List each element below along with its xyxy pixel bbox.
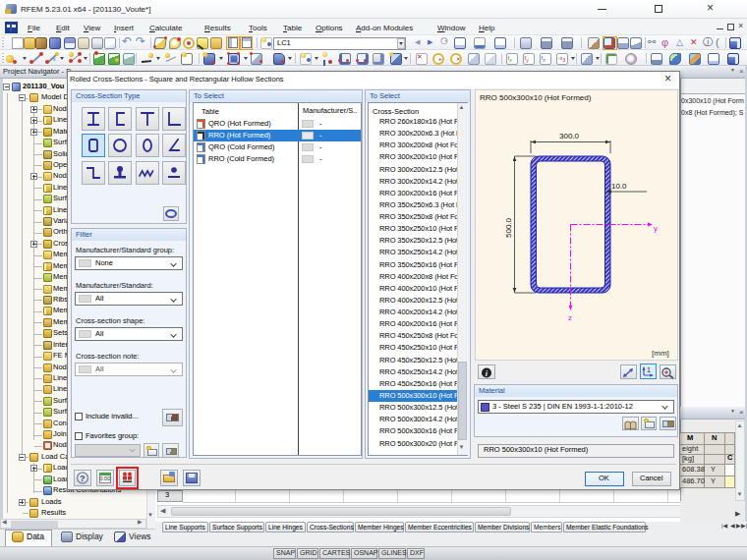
- svg-text:z: z: [568, 313, 572, 322]
- svg-text:[mm]: [mm]: [652, 349, 669, 358]
- svg-text:300.0: 300.0: [559, 132, 580, 140]
- svg-text:y: y: [654, 224, 658, 233]
- svg-text:1: 1: [647, 366, 651, 373]
- svg-text:?: ?: [80, 474, 86, 483]
- svg-text:RRO 500x300x10 (Hot Formed): RRO 500x300x10 (Hot Formed): [480, 93, 592, 102]
- svg-text:10.0: 10.0: [611, 182, 627, 191]
- svg-text:500.0: 500.0: [504, 217, 513, 238]
